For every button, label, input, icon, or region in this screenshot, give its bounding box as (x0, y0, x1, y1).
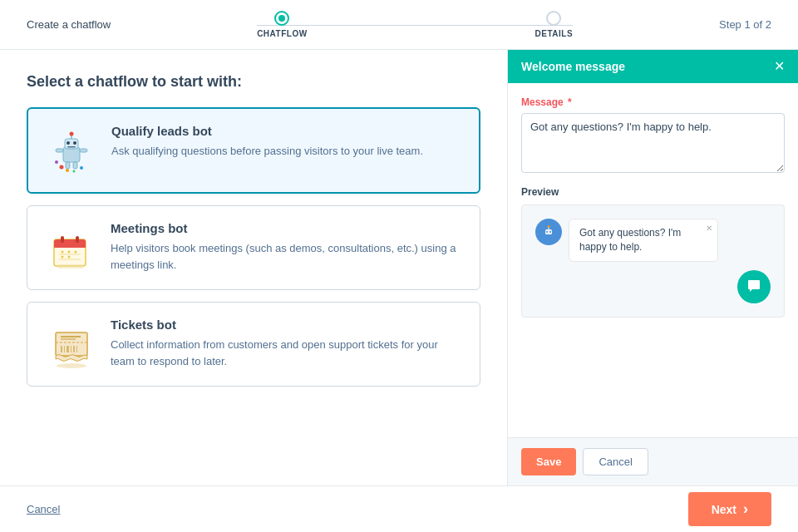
card-list: Qualify leads bot Ask qualifying questio… (27, 107, 480, 387)
header: Create a chatflow CHATFLOW DETAILS Step … (0, 0, 798, 50)
preview-fab (737, 270, 771, 303)
svg-point-25 (75, 251, 77, 254)
card-title-meetings: Meetings bot (111, 221, 463, 235)
welcome-panel-body: Message * Got any questions? I'm happy t… (508, 83, 798, 437)
step-circle-chatflow (274, 11, 289, 26)
card-tickets-bot[interactable]: Tickets bot Collect information from cus… (27, 302, 480, 387)
svg-point-13 (73, 170, 76, 173)
svg-rect-9 (66, 162, 70, 169)
save-button[interactable]: Save (521, 448, 576, 475)
next-button[interactable]: Next › (688, 492, 771, 526)
card-desc-tickets: Collect information from customers and o… (111, 337, 463, 369)
svg-point-6 (70, 132, 74, 136)
svg-rect-7 (56, 149, 63, 152)
card-title-tickets: Tickets bot (111, 318, 463, 332)
card-content-tickets: Tickets bot Collect information from cus… (111, 318, 463, 369)
card-desc-meetings: Help visitors book meetings (such as dem… (111, 240, 463, 273)
step-circle-inner-chatflow (278, 15, 285, 22)
svg-point-27 (68, 256, 71, 259)
svg-point-11 (60, 165, 64, 170)
preview-bubble-row: Got any questions? I'm happy to help. ✕ (535, 219, 771, 262)
svg-rect-18 (54, 244, 86, 248)
svg-rect-33 (64, 346, 65, 352)
svg-rect-8 (80, 149, 87, 152)
step-indicator: Step 1 of 2 (719, 18, 771, 31)
stepper: CHATFLOW DETAILS (257, 11, 573, 38)
card-icon-tickets (44, 318, 97, 371)
svg-rect-37 (76, 346, 77, 352)
create-label: Create a chatflow (27, 18, 111, 31)
card-desc-qualify: Ask qualifying questions before passing … (111, 143, 462, 160)
card-icon-meetings (44, 221, 97, 274)
svg-rect-35 (71, 346, 71, 352)
message-textarea[interactable]: Got any questions? I'm happy to help. (521, 113, 785, 173)
preview-bubble-text: Got any questions? I'm happy to help. (579, 227, 681, 253)
step-label-chatflow: CHATFLOW (257, 29, 307, 38)
svg-point-15 (55, 160, 58, 164)
svg-point-41 (546, 231, 548, 233)
svg-point-26 (62, 256, 64, 259)
cancel-footer-button[interactable]: Cancel (27, 503, 60, 515)
card-qualify-leads-bot[interactable]: Qualify leads bot Ask qualifying questio… (27, 107, 480, 194)
card-content-qualify: Qualify leads bot Ask qualifying questio… (111, 124, 462, 160)
next-arrow-icon: › (743, 500, 748, 518)
left-panel: Select a chatflow to start with: (0, 50, 507, 485)
preview-bubble: Got any questions? I'm happy to help. ✕ (569, 219, 718, 262)
svg-point-23 (62, 251, 64, 254)
step-circle-details (546, 11, 561, 26)
svg-point-45 (548, 225, 550, 228)
svg-rect-32 (61, 346, 62, 352)
svg-rect-20 (76, 236, 79, 243)
welcome-panel-close-button[interactable]: ✕ (774, 60, 785, 73)
svg-rect-34 (66, 346, 69, 352)
welcome-panel-footer: Save Cancel (508, 437, 798, 485)
svg-point-38 (57, 363, 86, 368)
step-label-details: DETAILS (535, 29, 574, 38)
main-content: Select a chatflow to start with: (0, 50, 798, 485)
svg-rect-10 (73, 162, 77, 169)
preview-avatar (535, 219, 562, 245)
section-title: Select a chatflow to start with: (27, 73, 480, 91)
step-details: DETAILS (535, 11, 574, 38)
svg-point-14 (80, 166, 83, 170)
step-chatflow: CHATFLOW (257, 11, 307, 38)
card-title-qualify: Qualify leads bot (111, 124, 462, 138)
right-panel: Welcome message ✕ Message * Got any ques… (507, 50, 798, 485)
card-icon-qualify (45, 124, 98, 177)
svg-rect-28 (57, 264, 84, 268)
svg-point-24 (68, 251, 71, 254)
bubble-close-icon[interactable]: ✕ (706, 223, 712, 234)
card-content-meetings: Meetings bot Help visitors book meetings… (111, 221, 463, 273)
svg-point-3 (73, 141, 76, 145)
svg-rect-19 (61, 236, 64, 243)
svg-rect-0 (63, 147, 80, 162)
card-meetings-bot[interactable]: Meetings bot Help visitors book meetings… (27, 205, 480, 290)
svg-point-12 (66, 169, 69, 172)
preview-area: Got any questions? I'm happy to help. ✕ (521, 204, 785, 318)
message-field-label: Message * (521, 96, 785, 108)
svg-point-42 (549, 231, 551, 233)
preview-label: Preview (521, 186, 785, 198)
preview-fab-row (535, 270, 771, 303)
next-label: Next (712, 503, 736, 516)
footer: Cancel Next › (0, 485, 798, 532)
svg-point-2 (66, 141, 70, 145)
welcome-panel-header: Welcome message ✕ (508, 50, 798, 83)
welcome-panel-title: Welcome message (521, 60, 625, 73)
svg-rect-36 (73, 346, 75, 352)
cancel-button[interactable]: Cancel (583, 448, 648, 475)
svg-rect-4 (67, 146, 76, 148)
